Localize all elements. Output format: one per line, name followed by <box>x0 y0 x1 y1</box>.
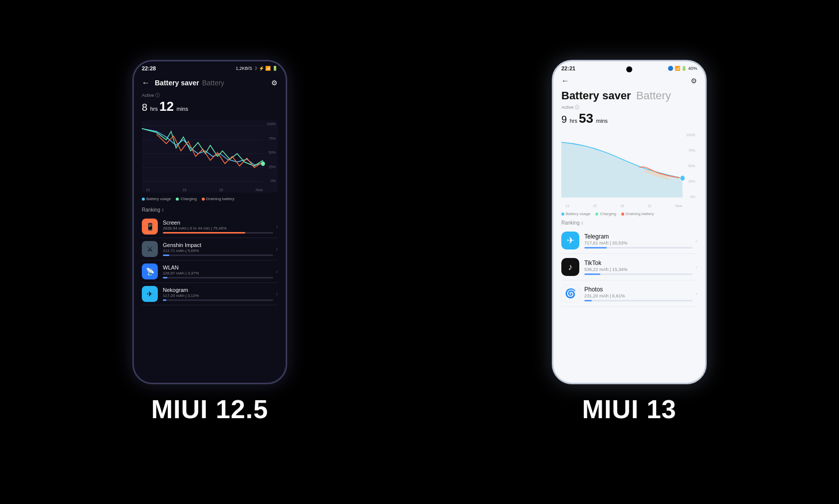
draining-dot <box>202 198 205 201</box>
right-app-photos[interactable]: 🌀 Photos 231,20 mAh | 6,61% › <box>561 280 697 307</box>
photos-progress-bar <box>584 300 693 301</box>
left-y-labels: 100% 75% 50% 25% 0% <box>267 122 276 183</box>
right-legend-battery: Battery usage <box>561 212 590 216</box>
left-active-section: Active ⓘ 8 hrs 12 mins <box>134 90 286 118</box>
left-chart: 100% 75% 50% 25% 0% 13 16 19 Now <box>142 120 278 193</box>
right-phone: 22:21 🔵 📶 🔋 40% ← ⚙ Battery saver Batter… <box>552 60 707 384</box>
nekogram-progress-bar <box>163 299 273 301</box>
svg-point-6 <box>680 176 685 181</box>
right-status-icons: 🔵 📶 🔋 40% <box>668 66 697 71</box>
right-hours: 9 <box>561 114 567 125</box>
right-phone-wrapper: 22:21 🔵 📶 🔋 40% ← ⚙ Battery saver Batter… <box>552 60 707 424</box>
telegram-progress-bar <box>584 247 693 249</box>
left-app-genshin[interactable]: ⚔ Genshin Impact 212,71 mAh | 5,65% › <box>142 238 278 260</box>
right-battery-label: Battery usage <box>566 212 590 216</box>
left-phone: 22:28 1,2KB/S ☽ ⚡ 📶 🔋 ← Battery saver Ba… <box>132 60 287 384</box>
left-phone-wrapper: 22:28 1,2KB/S ☽ ⚡ 📶 🔋 ← Battery saver Ba… <box>132 60 287 424</box>
screen-progress-fill <box>163 232 245 234</box>
tiktok-progress-fill <box>584 273 600 275</box>
left-app-wlan[interactable]: 📡 WLAN 126,97 mAh | 3,37% › <box>142 260 278 283</box>
telegram-name: Telegram <box>584 233 693 240</box>
nekogram-name: Nekogram <box>163 287 273 293</box>
telegram-info: Telegram 717,61 mAh | 20,53% <box>584 233 693 249</box>
nekogram-info: Nekogram 117,20 mAh | 3,13% <box>163 287 273 301</box>
wlan-progress-bar <box>163 277 273 278</box>
right-sub-title: Battery <box>636 89 671 102</box>
right-settings-icon[interactable]: ⚙ <box>691 77 697 85</box>
right-nav-bar: ← ⚙ <box>553 73 705 87</box>
right-ranking: Ranking ↕ ✈ Telegram 717,61 mAh | 20,53%… <box>553 217 705 309</box>
nekogram-detail: 117,20 mAh | 3,13% <box>163 293 273 298</box>
left-ranking: Ranking ↕ 📱 Screen 2839.94 mAh | 6 hr 44… <box>134 203 286 307</box>
photos-name: Photos <box>584 286 693 293</box>
screen-detail: 2839.94 mAh | 6 hr 44 min | 75,46% <box>163 226 273 231</box>
right-hrs-label: hrs <box>570 118 579 124</box>
wlan-name: WLAN <box>163 264 273 270</box>
left-app-nekogram[interactable]: ✈ Nekogram 117,20 mAh | 3,13% › <box>142 283 278 305</box>
genshin-progress-fill <box>163 254 169 256</box>
wlan-info: WLAN 126,97 mAh | 3,37% <box>163 264 273 278</box>
right-back-button[interactable]: ← <box>561 76 569 85</box>
charging-label: Charging <box>180 197 196 201</box>
screen-progress-bar <box>163 232 273 234</box>
left-status-icons: 1,2KB/S ☽ ⚡ 📶 🔋 <box>236 66 278 71</box>
right-legend: Battery usage Charging Draining battery <box>553 211 705 217</box>
telegram-detail: 717,61 mAh | 20,53% <box>584 241 693 246</box>
tiktok-detail: 536,22 mAh | 15,34% <box>584 267 693 272</box>
left-settings-icon[interactable]: ⚙ <box>271 79 278 87</box>
genshin-name: Genshin Impact <box>163 242 273 248</box>
right-screen: 22:21 🔵 📶 🔋 40% ← ⚙ Battery saver Batter… <box>553 61 705 383</box>
nekogram-progress-fill <box>163 299 166 301</box>
screen-info: Screen 2839.94 mAh | 6 hr 44 min | 75,46… <box>163 220 273 234</box>
battery-usage-dot <box>142 198 145 201</box>
right-charging-label: Charging <box>600 212 616 216</box>
right-app-telegram[interactable]: ✈ Telegram 717,61 mAh | 20,53% › <box>561 228 697 254</box>
right-active-label: Active ⓘ <box>561 104 697 111</box>
left-app-screen[interactable]: 📱 Screen 2839.94 mAh | 6 hr 44 min | 75,… <box>142 216 278 238</box>
wlan-chevron: › <box>276 269 278 274</box>
right-legend-charging: Charging <box>595 212 616 216</box>
right-charging-dot <box>595 213 598 216</box>
scene: 22:28 1,2KB/S ☽ ⚡ 📶 🔋 ← Battery saver Ba… <box>0 0 839 504</box>
left-x-labels: 13 16 19 Now <box>146 188 263 192</box>
right-app-tiktok[interactable]: ♪ TikTok 536,22 mAh | 15,34% › <box>561 254 697 280</box>
right-version-label: MIUI 13 <box>582 394 676 424</box>
left-hours: 8 <box>142 102 147 113</box>
right-draining-dot <box>621 213 624 216</box>
tiktok-info: TikTok 536,22 mAh | 15,34% <box>584 259 693 275</box>
genshin-icon: ⚔ <box>142 241 158 257</box>
photos-icon: 🌀 <box>561 284 579 302</box>
wlan-icon: 📡 <box>142 263 158 279</box>
wlan-progress-fill <box>163 277 167 278</box>
battery-usage-label: Battery usage <box>146 197 171 201</box>
telegram-icon: ✈ <box>561 232 579 250</box>
left-active-label: Active ⓘ <box>142 92 278 99</box>
right-chart: 100% 75% 50% 25% 0% 12 15 18 21 Now <box>561 131 697 209</box>
genshin-detail: 212,71 mAh | 5,65% <box>163 249 273 253</box>
right-time-display: 9 hrs 53 mins <box>561 111 697 126</box>
photos-chevron: › <box>696 291 697 296</box>
right-draining-label: Draining battery <box>626 212 654 216</box>
left-chart-svg <box>142 120 278 193</box>
wlan-detail: 126,97 mAh | 3,37% <box>163 271 273 275</box>
draining-label: Draining battery <box>206 197 234 201</box>
genshin-chevron: › <box>276 247 278 252</box>
right-main-title: Battery saver <box>561 89 631 102</box>
photos-detail: 231,20 mAh | 6,61% <box>584 293 693 298</box>
left-hrs-label: hrs <box>150 106 159 112</box>
left-ranking-label: Ranking ↕ <box>142 207 278 213</box>
screen-chevron: › <box>276 224 278 230</box>
right-y-labels: 100% 75% 50% 25% 0% <box>686 133 695 199</box>
svg-point-5 <box>261 162 265 166</box>
charging-dot <box>176 198 179 201</box>
right-battery-dot <box>561 213 564 216</box>
left-nav-bar: ← Battery saver Battery ⚙ <box>134 73 286 90</box>
nekogram-chevron: › <box>276 291 278 297</box>
left-screen: 22:28 1,2KB/S ☽ ⚡ 📶 🔋 ← Battery saver Ba… <box>134 61 286 383</box>
right-minutes: 53 <box>579 111 593 126</box>
telegram-chevron: › <box>696 238 697 244</box>
right-active-section: Active ⓘ 9 hrs 53 mins <box>553 103 705 129</box>
screen-icon: 📱 <box>142 219 158 235</box>
left-status-bar: 22:28 1,2KB/S ☽ ⚡ 📶 🔋 <box>134 61 286 73</box>
left-back-button[interactable]: ← <box>142 78 150 87</box>
